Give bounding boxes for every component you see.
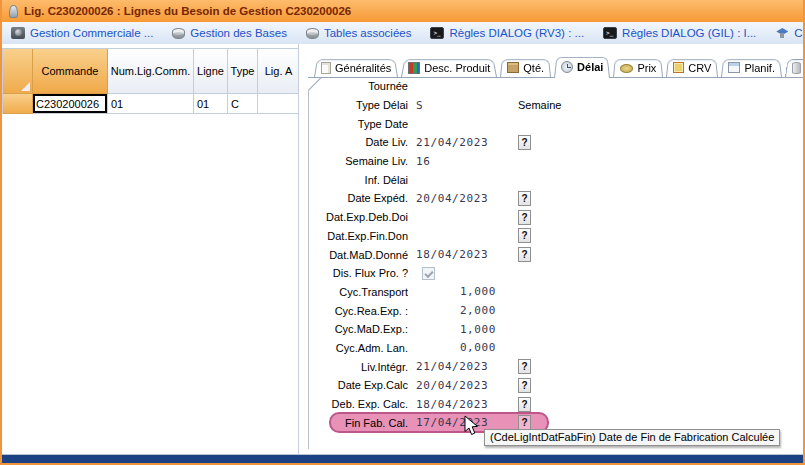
cylinder-icon	[792, 62, 801, 74]
table-row: C230200026 01 01 C	[3, 94, 299, 114]
field-value[interactable]: 1,000	[416, 323, 496, 336]
form-row-type-date: Type Date	[308, 114, 803, 133]
select-all-corner[interactable]	[3, 49, 33, 94]
db-icon	[172, 28, 185, 39]
field-value[interactable]: 21/04/2023	[416, 360, 496, 373]
column-header-ligne[interactable]: Ligne	[194, 49, 228, 94]
title-bar: Lig. C230200026 : Lignes du Besoin de Ge…	[2, 0, 803, 22]
row-selector[interactable]	[3, 94, 33, 114]
form-row-tournee: Tournée	[308, 77, 803, 96]
help-button[interactable]: ?	[518, 378, 531, 393]
form-row-dat-exp-fin-don: Dat.Exp.Fin.Don ?	[308, 227, 803, 246]
console-icon	[603, 27, 617, 39]
box-icon	[507, 62, 519, 73]
form-row-cyc-mad-exp: Cyc.MaD.Exp.: 1,000	[308, 320, 803, 339]
mouse-cursor	[464, 415, 479, 439]
form-row-date-liv: Date Liv. 21/04/2023 ?	[308, 133, 803, 152]
column-header-num-lig-comm[interactable]: Num.Lig.Comm.	[108, 49, 194, 94]
grid-header-row: Commande Num.Lig.Comm. Ligne Type Lig. A	[3, 49, 299, 94]
field-value[interactable]: 18/04/2023	[416, 248, 496, 261]
tab-desc-produit[interactable]: Desc. Produit	[401, 58, 497, 77]
page-icon	[321, 62, 331, 74]
calc-icon	[673, 62, 684, 73]
tab-prix[interactable]: Prix	[613, 58, 663, 77]
camera-icon	[11, 27, 25, 39]
tab-planif[interactable]: Planif.	[721, 58, 782, 77]
toolbar-item-regles-dialog-gil-i[interactable]: Règles DIALOG (GIL) : I...	[603, 27, 756, 39]
toolbar-item-gestion-commerciale[interactable]: Gestion Commerciale ...	[11, 27, 153, 39]
books-icon	[408, 62, 420, 74]
tab-qte[interactable]: Qté.	[500, 58, 551, 77]
tab-generalites[interactable]: Généralités	[314, 58, 398, 77]
help-button[interactable]: ?	[518, 247, 531, 262]
main-area: Commande Num.Lig.Comm. Ligne Type Lig. A…	[2, 44, 803, 455]
detail-tab-panel: Généralités Desc. Produit Qté. Délai Pri…	[300, 44, 803, 454]
help-button[interactable]: ?	[518, 210, 531, 225]
tooltip: (CdeLigIntDatFabFin) Date de Fin de Fabr…	[484, 429, 780, 446]
help-button[interactable]: ?	[518, 228, 531, 243]
column-header-type[interactable]: Type	[228, 49, 258, 94]
toolbar-item-cons-globale[interactable]: Cons. Globale	[775, 27, 803, 39]
form-row-inf-delai: Inf. Délai	[308, 170, 803, 189]
grid-cell[interactable]: C	[228, 94, 258, 114]
field-label: Cyc.Rea.Exp. :	[308, 305, 408, 317]
globe-icon	[775, 27, 789, 39]
window-icon	[728, 62, 740, 73]
field-label: Date Liv.	[308, 136, 408, 148]
field-label: Cyc.MaD.Exp.:	[308, 323, 408, 335]
help-button[interactable]: ?	[518, 415, 531, 430]
form-row-type-delai: Type Délai S Semaine	[308, 96, 803, 115]
field-value[interactable]: 20/04/2023	[416, 192, 496, 205]
grid-cell[interactable]: 01	[108, 94, 194, 114]
field-label: Dat.Exp.Fin.Don	[308, 230, 408, 242]
order-lines-grid: Commande Num.Lig.Comm. Ligne Type Lig. A…	[2, 48, 299, 114]
window-title: Lig. C230200026 : Lignes du Besoin de Ge…	[24, 5, 351, 17]
toolbar-item-regles-dialog-rv3[interactable]: Règles DIALOG (RV3) : ...	[430, 27, 584, 39]
form-row-semaine-liv: Semaine Liv. 16	[308, 152, 803, 171]
field-value[interactable]: 20/04/2023	[416, 379, 496, 392]
form-row-date-exped: Date Expéd. 20/04/2023 ?	[308, 189, 803, 208]
help-button[interactable]: ?	[518, 191, 531, 206]
form-row-cyc-adm-lan: Cyc.Adm. Lan. 0,000	[308, 339, 803, 358]
field-value[interactable]: 21/04/2023	[416, 136, 496, 149]
form-row-cyc-transport: Cyc.Transport 1,000	[308, 283, 803, 302]
column-header-commande[interactable]: Commande	[33, 49, 108, 94]
form-row-dis-flux-pro: Dis. Flux Pro. ?	[308, 264, 803, 283]
tab-lanceme[interactable]: Lanceme	[785, 58, 803, 77]
grid-cell[interactable]	[258, 94, 299, 114]
flux-checkbox[interactable]	[422, 267, 435, 280]
toolbar-item-tables-associees[interactable]: Tables associées	[306, 27, 412, 39]
grid-cell[interactable]: C230200026	[33, 94, 108, 114]
form-row-cyc-rea-exp: Cyc.Rea.Exp. : 2,000	[308, 301, 803, 320]
field-label: Type Délai	[308, 99, 408, 111]
help-button[interactable]: ?	[518, 397, 531, 412]
tab-delai[interactable]: Délai	[554, 55, 610, 78]
delai-form: Tournée Type Délai S Semaine Type Date D…	[308, 77, 803, 432]
field-value[interactable]: 1,000	[416, 285, 496, 298]
field-extra-label: Semaine	[518, 99, 561, 111]
coins-icon	[620, 64, 633, 73]
app-icon	[9, 5, 18, 18]
field-value[interactable]: 0,000	[416, 341, 496, 354]
tab-crv[interactable]: CRV	[666, 58, 718, 77]
field-value[interactable]: 17/04/2023	[416, 416, 496, 429]
toolbar-item-gestion-des-bases[interactable]: Gestion des Bases	[172, 27, 287, 39]
console-icon	[430, 27, 444, 39]
grid-cell[interactable]: 01	[194, 94, 228, 114]
form-row-dat-mad-donne: Dat.MaD.Donné 18/04/2023 ?	[308, 245, 803, 264]
field-value[interactable]: 16	[416, 155, 496, 168]
field-label: Liv.Intégr.	[308, 361, 408, 373]
column-header-lig-a[interactable]: Lig. A	[258, 49, 299, 94]
help-button[interactable]: ?	[518, 135, 531, 150]
field-value[interactable]: 18/04/2023	[416, 398, 496, 411]
order-lines-grid-panel: Commande Num.Lig.Comm. Ligne Type Lig. A…	[2, 44, 299, 454]
field-label: Fin Fab. Cal.	[308, 417, 408, 429]
field-label: Deb. Exp. Calc.	[308, 398, 408, 410]
help-button[interactable]: ?	[518, 359, 531, 374]
field-value[interactable]: S	[416, 99, 496, 112]
form-row-deb-exp-calc: Deb. Exp. Calc. 18/04/2023 ?	[308, 395, 803, 414]
field-label: Cyc.Adm. Lan.	[308, 342, 408, 354]
field-label: Dis. Flux Pro. ?	[308, 267, 408, 279]
field-value[interactable]: 2,000	[416, 304, 496, 317]
form-row-liv-integr: Liv.Intégr. 21/04/2023 ?	[308, 357, 803, 376]
